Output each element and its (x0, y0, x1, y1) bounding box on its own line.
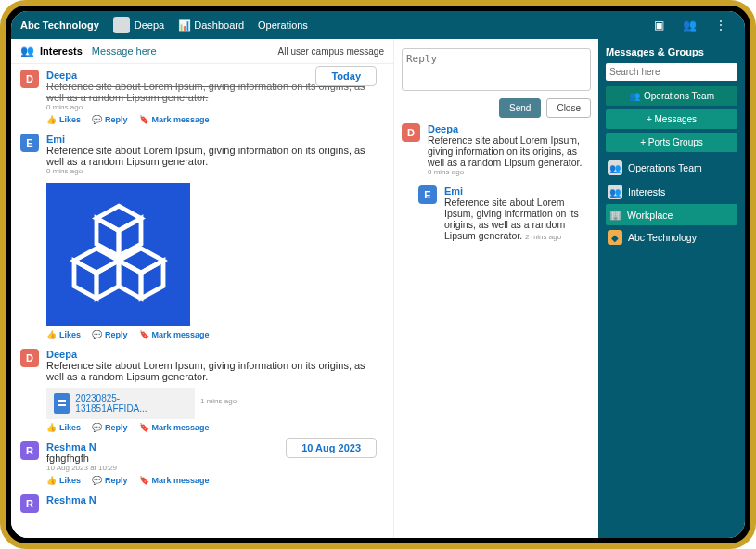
likes-action[interactable]: 👍 Likes (46, 423, 81, 432)
feed-subtitle[interactable]: Message here (92, 45, 157, 57)
sidebar-title: Messages & Groups (606, 46, 737, 57)
reply-input[interactable] (402, 48, 591, 91)
thread-column: Send Close D Deepa Reference site about … (394, 39, 598, 538)
svg-marker-7 (141, 261, 163, 299)
feed-title: Interests (40, 45, 83, 57)
avatar-icon: R (20, 441, 39, 460)
thread-post: D Deepa Reference site about Lorem Ipsum… (402, 123, 591, 176)
avatar-icon: D (402, 123, 420, 142)
post-actions: 👍 Likes 💬 Reply 🔖 Mark message (46, 330, 384, 339)
post-body: Reference site about Lorem Ipsum, giving… (46, 360, 384, 382)
feed-body: Today D Deepa Reference site about Lorem… (11, 64, 393, 538)
tab-operations[interactable]: Operations (258, 19, 308, 31)
org-icon: ◆ (608, 230, 622, 245)
likes-action[interactable]: 👍 Likes (46, 330, 81, 339)
note-icon[interactable]: ▣ (654, 19, 664, 32)
date-chip-aug10: 10 Aug 2023 (286, 438, 377, 458)
file-icon (54, 393, 70, 414)
svg-marker-5 (74, 261, 96, 299)
topbar-user[interactable]: Deepa (135, 19, 164, 31)
post-time: 0 mins ago (46, 167, 384, 175)
post-body: Reference site about Lorem Ipsum, giving… (46, 145, 384, 167)
mark-action[interactable]: 🔖 Mark message (139, 330, 210, 339)
file-time: 1 mins ago (200, 397, 237, 405)
post-actions: 👍 Likes 💬 Reply 🔖 Mark message (46, 115, 384, 124)
user-avatar-icon[interactable] (113, 17, 130, 33)
reply-action[interactable]: 💬 Reply (92, 423, 128, 432)
post-author[interactable]: Reshma N (46, 494, 384, 505)
feed-column: 👥 Interests Message here All user campus… (11, 39, 394, 538)
tab-dashboard[interactable]: 📊 Dashboard (178, 19, 244, 32)
close-button[interactable]: Close (546, 98, 591, 118)
tablet-frame: Abc Technology Deepa 📊 Dashboard Operati… (0, 0, 756, 549)
feed-header: 👥 Interests Message here All user campus… (11, 39, 393, 64)
people-icon: 👥 (608, 160, 622, 175)
feed-post: Today D Deepa Reference site about Lorem… (20, 70, 384, 124)
group-item-operations[interactable]: 👥 Operations Team (606, 156, 737, 180)
add-messages-button[interactable]: + Messages (606, 109, 737, 129)
sidebar-search-input[interactable] (606, 63, 737, 81)
post-time: 10 Aug 2023 at 10:29 (46, 464, 384, 472)
topbar: Abc Technology Deepa 📊 Dashboard Operati… (11, 11, 745, 39)
likes-action[interactable]: 👍 Likes (46, 115, 81, 124)
mark-action[interactable]: 🔖 Mark message (139, 423, 210, 432)
thread-post: E Emi Reference site about Lorem Ipsum, … (418, 185, 591, 241)
sidebar: Messages & Groups 👥 Operations Team + Me… (598, 39, 745, 538)
tab-dashboard-label: Dashboard (194, 19, 244, 31)
avatar-icon: R (20, 494, 39, 513)
file-attachment[interactable]: 20230825-131851AFFIDA... (46, 388, 195, 419)
reply-action[interactable]: 💬 Reply (92, 330, 128, 339)
send-button[interactable]: Send (499, 98, 541, 118)
group-icon: 👥 (20, 45, 34, 57)
group-item-interests[interactable]: 👥 Interests (606, 180, 737, 204)
people-icon[interactable]: 👥 (683, 19, 697, 32)
date-chip-today: Today (315, 66, 377, 86)
thread-author[interactable]: Deepa (428, 123, 591, 134)
brand-label: Abc Technology (20, 19, 99, 31)
group-label: Operations Team (628, 162, 702, 173)
thread-time: 0 mins ago (428, 168, 591, 176)
thread-text: Reference site about Lorem Ipsum, giving… (444, 197, 591, 241)
group-label: Abc Technology (628, 232, 697, 243)
thread-text: Reference site about Lorem Ipsum, giving… (428, 134, 591, 168)
feed-post: D Deepa Reference site about Lorem Ipsum… (20, 349, 384, 432)
svg-marker-4 (96, 261, 119, 299)
post-actions: 👍 Likes 💬 Reply 🔖 Mark message (46, 476, 384, 485)
group-item-workplace[interactable]: 🏢 Workplace (606, 204, 737, 225)
svg-marker-0 (96, 206, 141, 230)
reply-box (402, 48, 591, 95)
feed-post: E Emi Reference site about Lorem Ipsum, … (20, 134, 384, 339)
thread-body: D Deepa Reference site about Lorem Ipsum… (394, 123, 598, 250)
feed-header-note: All user campus message (278, 46, 385, 57)
building-icon: 🏢 (609, 209, 621, 221)
reply-action[interactable]: 💬 Reply (92, 115, 128, 124)
thread-time-inline: 2 mins ago (525, 233, 561, 241)
app-screen: Abc Technology Deepa 📊 Dashboard Operati… (11, 11, 745, 538)
cubes-icon (63, 199, 174, 311)
post-author[interactable]: Deepa (46, 349, 384, 360)
post-time: 0 mins ago (46, 103, 384, 111)
likes-action[interactable]: 👍 Likes (46, 476, 81, 485)
file-name: 20230825-131851AFFIDA... (75, 393, 187, 414)
avatar-icon: E (20, 134, 39, 152)
post-author[interactable]: Emi (46, 134, 384, 145)
operations-team-button[interactable]: 👥 Operations Team (606, 86, 737, 106)
menu-dots-icon[interactable]: ⋮ (715, 19, 726, 32)
thread-author[interactable]: Emi (444, 185, 591, 197)
feed-post: 10 Aug 2023 R Reshma N fghgfhgfh 10 Aug … (20, 441, 384, 485)
reply-action[interactable]: 💬 Reply (92, 476, 128, 485)
group-item-org[interactable]: ◆ Abc Technology (606, 225, 737, 249)
avatar-icon: E (418, 185, 437, 204)
avatar-icon: D (20, 70, 39, 88)
avatar-icon: D (20, 349, 39, 367)
feed-post: R Reshma N (20, 494, 384, 513)
mark-action[interactable]: 🔖 Mark message (139, 476, 210, 485)
post-image[interactable] (46, 183, 190, 326)
people-icon: 👥 (608, 185, 622, 199)
svg-marker-8 (119, 261, 141, 299)
group-label: Interests (628, 186, 665, 198)
add-ports-groups-button[interactable]: + Ports Groups (606, 133, 737, 152)
mark-action[interactable]: 🔖 Mark message (139, 115, 210, 124)
group-label: Workplace (627, 210, 673, 221)
main-area: 👥 Interests Message here All user campus… (11, 39, 745, 538)
